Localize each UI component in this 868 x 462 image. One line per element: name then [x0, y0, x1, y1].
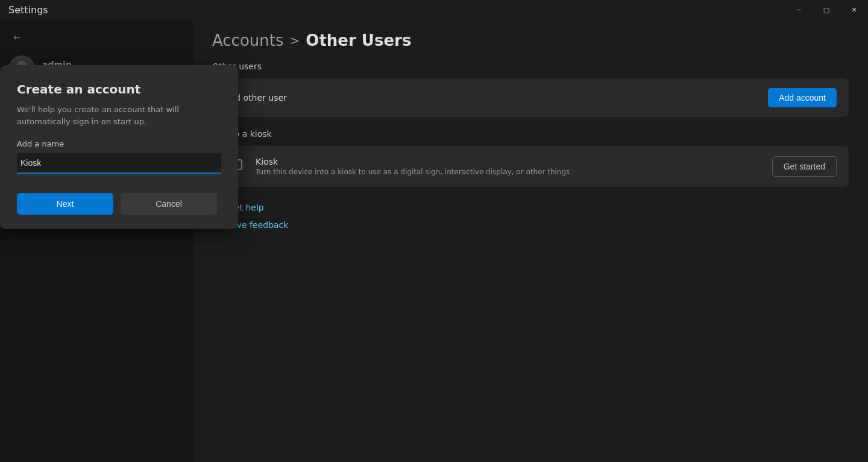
kiosk-info: Kiosk Turn this device into a kiosk to u… — [256, 157, 570, 176]
add-other-user-card: Add other user Add account — [212, 78, 849, 117]
restore-button[interactable]: □ — [813, 0, 840, 19]
other-users-section-title: Other users — [212, 62, 849, 71]
next-button[interactable]: Next — [17, 193, 113, 215]
titlebar-title: Settings — [8, 4, 48, 16]
titlebar: Settings ─ □ ✕ — [0, 0, 868, 19]
get-started-button[interactable]: Get started — [772, 156, 837, 177]
kiosk-description: Turn this device into a kiosk to use as … — [256, 168, 570, 176]
kiosk-section-title: Set up a kiosk — [212, 129, 849, 139]
minimize-button[interactable]: ─ — [785, 0, 813, 19]
close-button[interactable]: ✕ — [840, 0, 868, 19]
help-links: ? Get help Give feedback — [212, 201, 849, 230]
minimize-icon: ─ — [797, 6, 801, 14]
close-icon: ✕ — [851, 6, 857, 14]
create-account-modal: Create an account We'll help you create … — [0, 65, 238, 229]
breadcrumb-separator: > — [290, 33, 300, 48]
give-feedback-link[interactable]: Give feedback — [212, 219, 849, 230]
get-help-link[interactable]: ? Get help — [212, 201, 849, 213]
titlebar-controls: ─ □ ✕ — [785, 0, 868, 19]
kiosk-name: Kiosk — [256, 157, 570, 166]
breadcrumb-accounts[interactable]: Accounts — [212, 31, 284, 49]
modal-title: Create an account — [17, 82, 221, 97]
breadcrumb: Accounts > Other Users — [212, 31, 849, 49]
modal-actions: Next Cancel — [17, 193, 221, 215]
main-content: Accounts > Other Users Other users Add o… — [193, 19, 868, 462]
cancel-button[interactable]: Cancel — [121, 193, 217, 215]
account-name-input[interactable] — [17, 153, 221, 174]
restore-icon: □ — [823, 6, 829, 14]
modal-description: We'll help you create an account that wi… — [17, 104, 221, 127]
add-account-button[interactable]: Add account — [768, 88, 837, 107]
kiosk-card: Kiosk Turn this device into a kiosk to u… — [212, 146, 849, 187]
modal-input-label: Add a name — [17, 139, 221, 148]
kiosk-card-left: Kiosk Turn this device into a kiosk to u… — [224, 156, 570, 177]
breadcrumb-current: Other Users — [306, 31, 411, 49]
